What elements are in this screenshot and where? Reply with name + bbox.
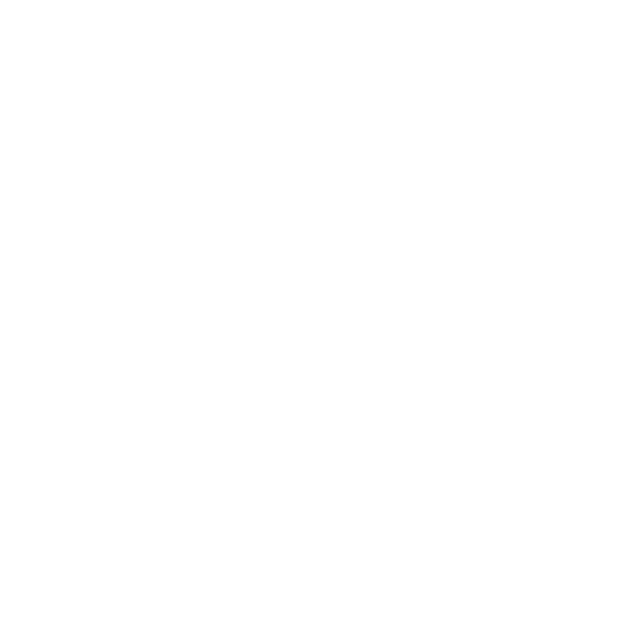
bottleneck-line-chart [0,0,644,644]
chart-container [0,0,644,644]
